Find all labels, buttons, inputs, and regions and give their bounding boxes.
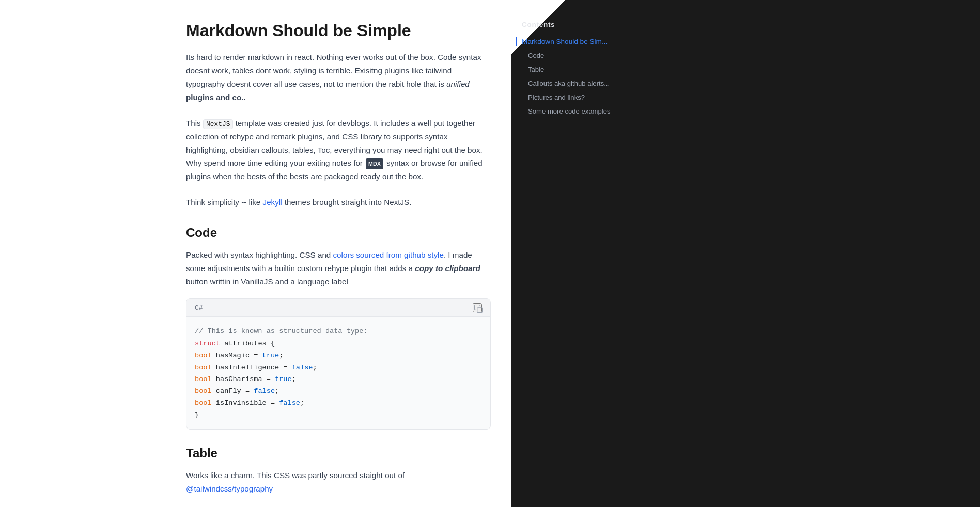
page-title: Markdown Should be Simple (186, 21, 491, 40)
toc-link-5[interactable]: Pictures and links? (522, 92, 646, 102)
svg-rect-0 (477, 308, 483, 313)
tailwindcss-link[interactable]: @tailwindcss/typography (186, 484, 273, 493)
toc-sidebar: Contents Markdown Should be Sim... Code … (511, 0, 656, 507)
code-line-4: bool hasIntelligence = false; (195, 361, 482, 373)
toc-item-3: Table (522, 65, 646, 74)
copy-button[interactable] (473, 303, 482, 312)
code-block: C# // This is known as structured data t… (186, 298, 491, 430)
mdx-badge: MDX (366, 158, 383, 169)
toc-link-6[interactable]: Some more code examples (522, 106, 646, 116)
code-line-3: bool hasMagic = true; (195, 350, 482, 361)
code-line-5: bool hasCharisma = true; (195, 373, 482, 385)
toc-item-2: Code (522, 51, 646, 60)
toc-link-2[interactable]: Code (522, 51, 646, 60)
intro-section-2: This NextJS template was created just fo… (186, 117, 491, 183)
nextjs-inline-code: NextJS (203, 119, 233, 129)
intro-section-3: Think simplicity -- like Jekyll themes b… (186, 196, 491, 209)
table-section: Table Works like a charm. This CSS was p… (186, 446, 491, 496)
code-heading: Code (186, 226, 491, 240)
toc-item-1: Markdown Should be Sim... (522, 37, 646, 46)
jekyll-link[interactable]: Jekyll (263, 198, 283, 207)
table-description: Works like a charm. This CSS was partly … (186, 469, 491, 496)
intro-text-2: This NextJS template was created just fo… (186, 117, 491, 183)
code-block-body: // This is known as structured data type… (186, 317, 490, 429)
toc-item-5: Pictures and links? (522, 92, 646, 102)
intro-text-3: Think simplicity -- like Jekyll themes b… (186, 196, 491, 209)
code-line-6: bool canFly = false; (195, 385, 482, 397)
toc-item-4: Callouts aka github alerts... (522, 78, 646, 88)
code-line-1: // This is known as structured data type… (195, 325, 482, 337)
toc-link-4[interactable]: Callouts aka github alerts... (522, 78, 646, 88)
code-block-header: C# (186, 299, 490, 317)
toc-list: Markdown Should be Sim... Code Table Cal… (522, 37, 646, 116)
colors-link[interactable]: colors sourced from github style (333, 250, 444, 259)
main-content: Markdown Should be Simple Its hard to re… (176, 0, 511, 507)
code-section: Code Packed with syntax highlighting. CS… (186, 226, 491, 430)
left-spacer (0, 0, 176, 507)
toc-link-3[interactable]: Table (522, 65, 646, 74)
code-line-8: } (195, 409, 482, 421)
code-description: Packed with syntax highlighting. CSS and… (186, 248, 491, 289)
toc-link-1[interactable]: Markdown Should be Sim... (522, 37, 646, 46)
code-line-7: bool isInvinsible = false; (195, 397, 482, 409)
toc-container: Contents Markdown Should be Sim... Code … (522, 21, 646, 116)
toc-title: Contents (522, 21, 646, 28)
copy-icon-svg (474, 304, 483, 313)
table-heading: Table (186, 446, 491, 461)
toc-item-6: Some more code examples (522, 106, 646, 116)
code-line-2: struct attributes { (195, 338, 482, 350)
code-lang-label: C# (195, 304, 203, 312)
intro-section-1: Its hard to render markdown in react. No… (186, 51, 491, 104)
intro-text-1: Its hard to render markdown in react. No… (186, 51, 491, 104)
